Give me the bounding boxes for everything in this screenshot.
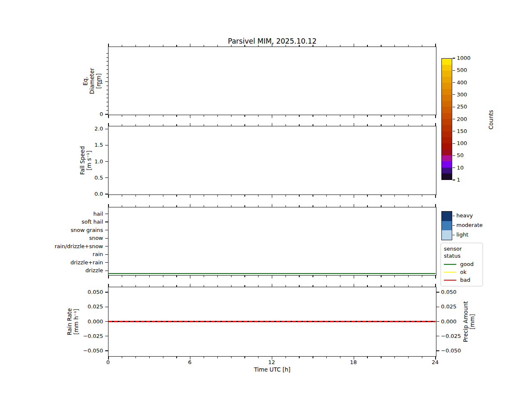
tick-mark — [299, 205, 299, 207]
y-tick-label: 2.0 — [76, 126, 103, 132]
tick-mark — [435, 284, 436, 287]
tick-mark — [176, 115, 177, 117]
colorbar-segment — [442, 155, 452, 162]
colorbar-segment — [442, 89, 452, 95]
tick-mark — [106, 57, 108, 58]
tick-mark — [367, 205, 367, 207]
tick-mark — [217, 276, 218, 277]
tick-mark — [258, 276, 259, 277]
tick-mark — [453, 82, 455, 83]
tick-mark — [108, 204, 108, 207]
tick-mark — [299, 124, 299, 126]
category-label: hail — [40, 211, 103, 217]
tick-mark — [286, 195, 286, 197]
tick-mark — [340, 205, 340, 207]
tick-mark — [105, 246, 108, 246]
category-label: soft hail — [40, 219, 103, 225]
tick-mark — [435, 44, 436, 47]
tick-mark — [340, 195, 340, 197]
tick-mark — [435, 123, 436, 126]
counts-colorbar — [441, 58, 452, 180]
tick-mark — [176, 45, 177, 47]
tick-mark — [299, 276, 299, 277]
tick-mark — [163, 205, 163, 207]
tick-mark — [122, 124, 122, 126]
tick-mark — [408, 276, 409, 277]
tick-mark — [313, 285, 313, 287]
tick-mark — [326, 285, 327, 287]
tick-mark — [367, 357, 367, 358]
y-tick-label: 1 — [76, 79, 103, 85]
tick-mark — [190, 115, 190, 118]
tick-mark — [453, 131, 455, 131]
tick-mark — [453, 143, 455, 144]
tick-mark — [244, 285, 245, 287]
tick-mark — [106, 94, 108, 94]
tick-mark — [135, 115, 136, 117]
category-label: drizzle+rain — [40, 259, 103, 266]
tick-mark — [453, 58, 455, 58]
colorbar-segment — [442, 125, 452, 131]
tick-mark — [122, 285, 122, 287]
colorbar-segment — [442, 59, 452, 65]
tick-mark — [453, 155, 455, 156]
tick-mark — [244, 205, 245, 207]
tick-mark — [326, 195, 327, 197]
tick-mark — [190, 276, 190, 278]
tick-mark — [231, 205, 232, 207]
tick-mark — [135, 285, 136, 287]
tick-mark — [453, 107, 455, 107]
tick-mark — [106, 102, 108, 102]
colorbar-tick-label: 200 — [457, 116, 467, 123]
tick-mark — [122, 115, 122, 117]
tick-mark — [176, 195, 177, 197]
y-tick-label: 0.000 — [76, 318, 103, 325]
tick-mark — [244, 195, 245, 197]
tick-mark — [204, 115, 204, 117]
y-tick-label-right: 0.000 — [441, 318, 456, 325]
colorbar-segment — [442, 77, 452, 83]
tick-mark — [190, 284, 190, 287]
tick-mark — [105, 254, 108, 255]
tick-mark — [286, 45, 286, 47]
tick-mark — [149, 45, 150, 47]
tick-mark — [272, 195, 272, 198]
tick-mark — [422, 205, 422, 207]
good-label: good — [460, 261, 473, 267]
tick-mark — [326, 115, 327, 117]
tick-mark — [436, 292, 439, 292]
tick-mark — [108, 276, 108, 278]
rain-rate-line — [108, 321, 436, 322]
category-label: snow grains — [40, 227, 103, 234]
y-tick-label: 0 — [76, 111, 103, 118]
tick-mark — [453, 180, 455, 180]
tick-mark — [217, 357, 218, 358]
tick-mark — [122, 276, 122, 277]
intensity-swatch-light — [442, 230, 452, 240]
colorbar-axis-label-text: Counts — [488, 110, 494, 129]
colorbar-tick-label: 250 — [457, 103, 467, 110]
tick-mark — [149, 276, 150, 277]
legend-row-bad: bad — [444, 277, 480, 283]
tick-mark — [453, 70, 455, 71]
tick-mark — [453, 119, 455, 119]
tick-mark — [176, 285, 177, 287]
tick-mark — [190, 44, 190, 47]
tick-mark — [217, 205, 218, 207]
tick-mark — [286, 285, 286, 287]
tick-mark — [408, 124, 409, 126]
tick-mark — [149, 285, 150, 287]
tick-mark — [163, 45, 163, 47]
tick-mark — [106, 110, 108, 111]
category-label: rain/drizzle+snow — [40, 243, 103, 250]
tick-mark — [258, 205, 259, 207]
tick-mark — [163, 124, 163, 126]
colorbar-tick-label: 1000 — [457, 55, 470, 62]
tick-mark — [204, 124, 204, 126]
tick-mark — [176, 357, 177, 358]
tick-mark — [106, 77, 108, 78]
tick-mark — [258, 195, 259, 197]
colorbar-segment — [442, 119, 452, 125]
tick-mark — [272, 284, 272, 287]
colorbar-segment — [442, 71, 452, 77]
